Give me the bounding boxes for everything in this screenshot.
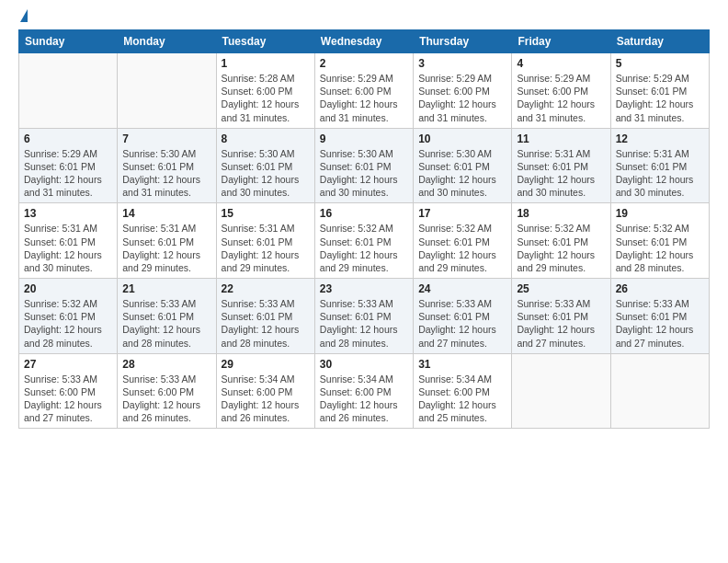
day-info: Sunrise: 5:29 AMSunset: 6:00 PMDaylight:…	[517, 72, 605, 124]
day-cell: 29Sunrise: 5:34 AMSunset: 6:00 PMDayligh…	[216, 353, 314, 429]
day-cell: 19Sunrise: 5:32 AMSunset: 6:01 PMDayligh…	[610, 203, 709, 279]
day-number: 21	[122, 282, 210, 295]
day-cell	[19, 53, 118, 129]
day-info: Sunrise: 5:33 AMSunset: 6:01 PMDaylight:…	[222, 297, 310, 350]
day-number: 23	[320, 282, 408, 295]
day-info: Sunrise: 5:31 AMSunset: 6:01 PMDaylight:…	[517, 147, 605, 200]
day-number: 10	[418, 132, 506, 145]
day-cell: 7Sunrise: 5:30 AMSunset: 6:01 PMDaylight…	[118, 128, 216, 203]
col-header-saturday: Saturday	[610, 30, 709, 53]
col-header-friday: Friday	[512, 30, 610, 53]
col-header-wednesday: Wednesday	[314, 30, 413, 53]
day-number: 18	[517, 207, 605, 220]
day-number: 29	[222, 358, 310, 371]
day-info: Sunrise: 5:33 AMSunset: 6:01 PMDaylight:…	[517, 297, 605, 350]
day-cell: 31Sunrise: 5:34 AMSunset: 6:00 PMDayligh…	[414, 353, 512, 429]
day-number: 17	[418, 207, 506, 220]
day-number: 30	[320, 358, 408, 371]
day-cell: 4Sunrise: 5:29 AMSunset: 6:00 PMDaylight…	[512, 53, 610, 129]
day-number: 16	[320, 207, 408, 220]
day-number: 4	[517, 57, 605, 70]
logo-general	[18, 9, 28, 22]
day-cell: 2Sunrise: 5:29 AMSunset: 6:00 PMDaylight…	[314, 53, 413, 129]
day-number: 27	[24, 358, 112, 371]
day-number: 15	[222, 207, 310, 220]
col-header-tuesday: Tuesday	[216, 30, 314, 53]
header-row: SundayMondayTuesdayWednesdayThursdayFrid…	[19, 30, 710, 53]
day-cell: 25Sunrise: 5:33 AMSunset: 6:01 PMDayligh…	[512, 279, 610, 354]
day-info: Sunrise: 5:31 AMSunset: 6:01 PMDaylight:…	[122, 222, 210, 274]
day-cell: 14Sunrise: 5:31 AMSunset: 6:01 PMDayligh…	[118, 203, 216, 279]
calendar-table: SundayMondayTuesdayWednesdayThursdayFrid…	[18, 29, 710, 429]
day-number: 28	[122, 358, 210, 371]
logo	[18, 9, 28, 22]
day-cell: 30Sunrise: 5:34 AMSunset: 6:00 PMDayligh…	[314, 353, 413, 429]
day-info: Sunrise: 5:33 AMSunset: 6:01 PMDaylight:…	[418, 297, 506, 350]
day-cell: 3Sunrise: 5:29 AMSunset: 6:00 PMDaylight…	[414, 53, 512, 129]
day-number: 24	[418, 282, 506, 295]
day-info: Sunrise: 5:33 AMSunset: 6:00 PMDaylight:…	[122, 373, 210, 425]
day-cell	[118, 53, 216, 129]
day-number: 9	[320, 132, 408, 145]
day-info: Sunrise: 5:32 AMSunset: 6:01 PMDaylight:…	[418, 222, 506, 274]
day-cell: 6Sunrise: 5:29 AMSunset: 6:01 PMDaylight…	[19, 128, 118, 203]
day-info: Sunrise: 5:34 AMSunset: 6:00 PMDaylight:…	[222, 373, 310, 425]
day-info: Sunrise: 5:30 AMSunset: 6:01 PMDaylight:…	[122, 147, 210, 200]
day-number: 31	[418, 358, 506, 371]
day-cell: 18Sunrise: 5:32 AMSunset: 6:01 PMDayligh…	[512, 203, 610, 279]
day-info: Sunrise: 5:31 AMSunset: 6:01 PMDaylight:…	[222, 222, 310, 274]
day-info: Sunrise: 5:33 AMSunset: 6:00 PMDaylight:…	[24, 373, 112, 425]
day-cell: 12Sunrise: 5:31 AMSunset: 6:01 PMDayligh…	[610, 128, 709, 203]
day-info: Sunrise: 5:34 AMSunset: 6:00 PMDaylight:…	[320, 373, 408, 425]
week-row-5: 27Sunrise: 5:33 AMSunset: 6:00 PMDayligh…	[19, 353, 710, 429]
day-info: Sunrise: 5:29 AMSunset: 6:01 PMDaylight:…	[616, 72, 704, 124]
day-number: 25	[517, 282, 605, 295]
day-cell: 11Sunrise: 5:31 AMSunset: 6:01 PMDayligh…	[512, 128, 610, 203]
day-cell: 9Sunrise: 5:30 AMSunset: 6:01 PMDaylight…	[314, 128, 413, 203]
day-number: 22	[222, 282, 310, 295]
day-number: 5	[616, 57, 704, 70]
col-header-thursday: Thursday	[414, 30, 512, 53]
day-info: Sunrise: 5:29 AMSunset: 6:00 PMDaylight:…	[418, 72, 506, 124]
day-info: Sunrise: 5:32 AMSunset: 6:01 PMDaylight:…	[517, 222, 605, 274]
header	[18, 9, 710, 22]
day-info: Sunrise: 5:31 AMSunset: 6:01 PMDaylight:…	[616, 147, 704, 200]
week-row-1: 1Sunrise: 5:28 AMSunset: 6:00 PMDaylight…	[19, 53, 710, 129]
week-row-2: 6Sunrise: 5:29 AMSunset: 6:01 PMDaylight…	[19, 128, 710, 203]
day-info: Sunrise: 5:28 AMSunset: 6:00 PMDaylight:…	[222, 72, 310, 124]
day-number: 13	[24, 207, 112, 220]
day-number: 19	[616, 207, 704, 220]
day-number: 8	[222, 132, 310, 145]
day-cell: 13Sunrise: 5:31 AMSunset: 6:01 PMDayligh…	[19, 203, 118, 279]
day-info: Sunrise: 5:34 AMSunset: 6:00 PMDaylight:…	[418, 373, 506, 425]
day-info: Sunrise: 5:33 AMSunset: 6:01 PMDaylight:…	[616, 297, 704, 350]
day-cell: 21Sunrise: 5:33 AMSunset: 6:01 PMDayligh…	[118, 279, 216, 354]
day-number: 3	[418, 57, 506, 70]
day-number: 14	[122, 207, 210, 220]
day-info: Sunrise: 5:30 AMSunset: 6:01 PMDaylight:…	[320, 147, 408, 200]
day-cell: 26Sunrise: 5:33 AMSunset: 6:01 PMDayligh…	[610, 279, 709, 354]
col-header-monday: Monday	[118, 30, 216, 53]
day-number: 12	[616, 132, 704, 145]
day-info: Sunrise: 5:29 AMSunset: 6:00 PMDaylight:…	[320, 72, 408, 124]
day-number: 6	[24, 132, 112, 145]
week-row-4: 20Sunrise: 5:32 AMSunset: 6:01 PMDayligh…	[19, 279, 710, 354]
day-info: Sunrise: 5:32 AMSunset: 6:01 PMDaylight:…	[616, 222, 704, 274]
day-number: 1	[222, 57, 310, 70]
day-number: 11	[517, 132, 605, 145]
day-info: Sunrise: 5:33 AMSunset: 6:01 PMDaylight:…	[320, 297, 408, 350]
day-number: 20	[24, 282, 112, 295]
day-cell: 1Sunrise: 5:28 AMSunset: 6:00 PMDaylight…	[216, 53, 314, 129]
day-number: 2	[320, 57, 408, 70]
day-cell: 20Sunrise: 5:32 AMSunset: 6:01 PMDayligh…	[19, 279, 118, 354]
day-number: 7	[122, 132, 210, 145]
day-info: Sunrise: 5:33 AMSunset: 6:01 PMDaylight:…	[122, 297, 210, 350]
day-info: Sunrise: 5:32 AMSunset: 6:01 PMDaylight:…	[320, 222, 408, 274]
day-cell: 5Sunrise: 5:29 AMSunset: 6:01 PMDaylight…	[610, 53, 709, 129]
day-cell: 28Sunrise: 5:33 AMSunset: 6:00 PMDayligh…	[118, 353, 216, 429]
day-cell: 8Sunrise: 5:30 AMSunset: 6:01 PMDaylight…	[216, 128, 314, 203]
day-cell	[610, 353, 709, 429]
day-info: Sunrise: 5:31 AMSunset: 6:01 PMDaylight:…	[24, 222, 112, 274]
day-cell: 22Sunrise: 5:33 AMSunset: 6:01 PMDayligh…	[216, 279, 314, 354]
day-info: Sunrise: 5:30 AMSunset: 6:01 PMDaylight:…	[222, 147, 310, 200]
